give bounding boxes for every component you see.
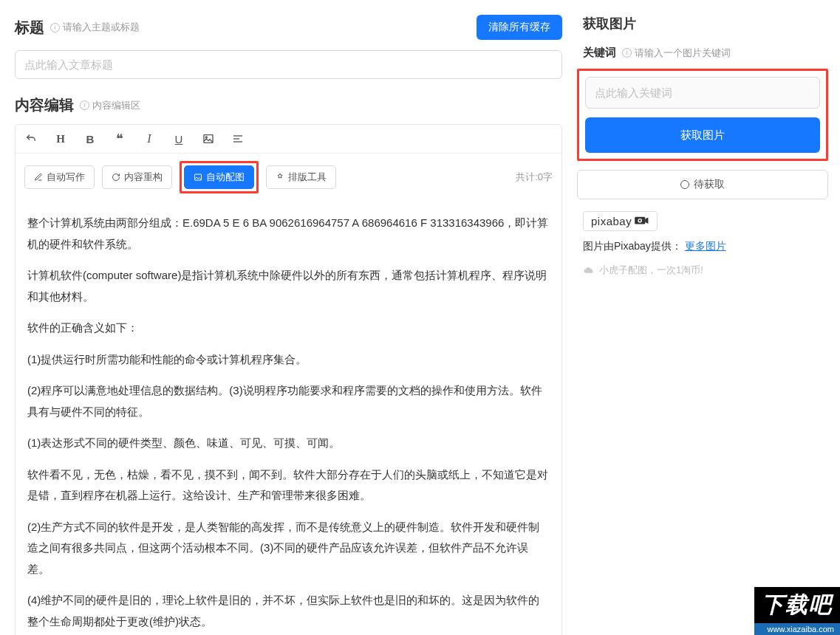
restructure-button[interactable]: 内容重构 <box>102 165 172 189</box>
pixabay-badge: pixabay <box>583 211 658 231</box>
svg-point-8 <box>639 219 641 222</box>
content-hint: 内容编辑区 <box>92 99 140 112</box>
watermark: 下载吧 www.xiazaiba.com <box>754 587 840 635</box>
fetch-image-button[interactable]: 获取图片 <box>585 117 820 153</box>
action-toolbar: 自动写作 内容重构 自动配图 排版工具 共计:0字 <box>16 154 561 201</box>
title-label: 标题 <box>15 18 44 38</box>
auto-write-label: 自动写作 <box>47 171 85 184</box>
editor-paragraph: (4)维护不同的硬件是旧的，理论上软件是旧的，并不坏，但实际上软件也是旧的和坏的… <box>27 590 550 632</box>
watermark-url: www.xiazaiba.com <box>754 623 840 635</box>
more-images-link[interactable]: 更多图片 <box>685 240 726 252</box>
editor-paragraph: 整个计算机系统由两部分组成：E.69DA 5 E 6 BA 9062616964… <box>27 213 550 255</box>
clear-cache-button[interactable]: 清除所有缓存 <box>477 15 562 40</box>
undo-icon[interactable] <box>24 132 38 145</box>
word-count: 共计:0字 <box>516 171 553 184</box>
content-label: 内容编辑 <box>15 95 74 115</box>
info-icon: i <box>622 48 632 58</box>
cloud-icon <box>583 265 595 276</box>
italic-icon[interactable]: I <box>143 132 156 145</box>
content-section-header: 内容编辑 i 内容编辑区 <box>15 95 562 115</box>
title-hint: 请输入主题或标题 <box>63 21 140 34</box>
editor-paragraph: 软件的正确含义如下： <box>27 318 550 339</box>
editor-container: H B ❝ I U 自动写作 内容重构 <box>15 124 562 635</box>
image-icon[interactable] <box>202 132 215 145</box>
format-toolbar: H B ❝ I U <box>16 125 561 154</box>
editor-paragraph: (1)提供运行时所需功能和性能的命令或计算机程序集合。 <box>27 349 550 371</box>
keyword-header: 关键词 i 请输入一个图片关键词 <box>577 46 828 60</box>
pending-button[interactable]: 待获取 <box>577 170 828 199</box>
editor-paragraph: (2)生产方式不同的软件是开发，是人类智能的高发挥，而不是传统意义上的硬件制造。… <box>27 517 550 580</box>
keyword-input[interactable] <box>585 77 820 109</box>
restructure-label: 内容重构 <box>124 171 163 184</box>
svg-point-1 <box>205 137 207 138</box>
editor-paragraph: (2)程序可以满意地处理信息的数据结构。(3)说明程序功能要求和程序需要的文档的… <box>27 380 550 422</box>
keyword-hint: 请输入一个图片关键词 <box>635 47 731 60</box>
watermark-text: 下载吧 <box>754 587 840 623</box>
highlight-auto-image: 自动配图 <box>180 161 259 193</box>
editor-paragraph: (1)表达形式不同的硬件类型、颜色、味道、可见、可摸、可闻。 <box>27 433 550 454</box>
keyword-label: 关键词 <box>583 46 616 60</box>
circle-icon <box>680 180 689 189</box>
align-left-icon[interactable] <box>231 132 245 145</box>
provided-by: 图片由Pixabay提供： 更多图片 <box>577 240 828 253</box>
layout-tool-label: 排版工具 <box>288 171 327 184</box>
camera-icon <box>635 215 649 227</box>
article-title-input[interactable] <box>15 50 562 79</box>
auto-write-button[interactable]: 自动写作 <box>24 165 95 189</box>
layout-tool-button[interactable]: 排版工具 <box>266 165 336 189</box>
editor-paragraph: 计算机软件(computer software)是指计算机系统中除硬件以外的所有… <box>27 265 550 307</box>
info-icon: i <box>50 23 60 32</box>
highlight-keyword-panel: 获取图片 <box>577 69 828 161</box>
auto-image-label: 自动配图 <box>206 171 245 184</box>
quote-icon[interactable]: ❝ <box>113 132 126 145</box>
editor-paragraph: 软件看不见，无色，枯燥，看不见，摸不到，闻不到。软件大部分存在于人们的头脑或纸上… <box>27 464 550 507</box>
tagline-text: 小虎子配图，一次1淘币! <box>599 264 703 277</box>
pending-label: 待获取 <box>694 178 725 191</box>
editor-content[interactable]: 整个计算机系统由两部分组成：E.69DA 5 E 6 BA 9062616964… <box>16 201 561 635</box>
pixabay-text: pixabay <box>591 215 632 227</box>
underline-icon[interactable]: U <box>172 132 185 145</box>
tagline: 小虎子配图，一次1淘币! <box>577 264 828 277</box>
title-section-header: 标题 i 请输入主题或标题 清除所有缓存 <box>15 15 562 40</box>
image-panel-title: 获取图片 <box>577 15 828 32</box>
auto-image-button[interactable]: 自动配图 <box>184 165 254 189</box>
bold-icon[interactable]: B <box>83 132 97 145</box>
info-icon: i <box>80 100 89 110</box>
provided-prefix: 图片由Pixabay提供： <box>583 240 682 252</box>
heading-icon[interactable]: H <box>54 132 67 145</box>
